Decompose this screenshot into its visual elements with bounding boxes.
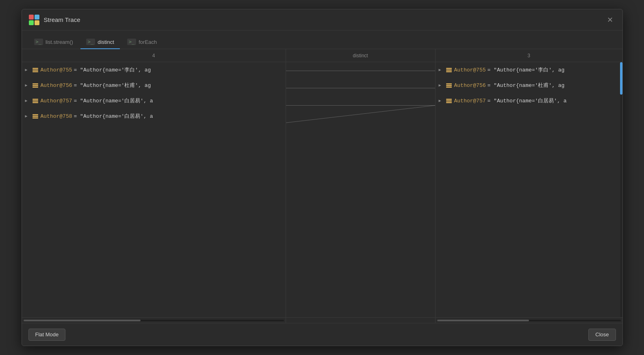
right-col-count: 3 [527, 53, 530, 58]
row-value-0: = "Author{name='李白', ag [74, 66, 151, 74]
row-key-1: Author@756 [41, 82, 72, 89]
table-row[interactable]: ▶ Author@758 = "Author{name='白居易', a [22, 108, 286, 124]
left-scrollbar-thumb[interactable] [24, 320, 141, 321]
app-icon [28, 14, 40, 26]
expand-icon-r1[interactable]: ▶ [439, 83, 444, 88]
tab-list-stream-icon: >_ [34, 39, 43, 45]
row-icon-0 [33, 68, 38, 72]
expand-icon-1[interactable]: ▶ [25, 83, 30, 88]
row-icon-1 [33, 83, 38, 88]
row-key-3: Author@758 [41, 113, 72, 119]
left-scrollbar-container [22, 318, 286, 323]
right-scrollbar-container [436, 318, 622, 323]
svg-rect-1 [35, 15, 39, 19]
row-key-r0: Author@755 [454, 67, 486, 73]
close-button[interactable]: Close [588, 329, 616, 341]
mid-connector-area [286, 62, 436, 317]
row-icon-r2 [446, 99, 452, 103]
row-icon-2 [33, 99, 38, 103]
row-value-2: = "Author{name='白居易', a [74, 97, 153, 104]
right-panel: ▶ Author@755 = "Author{name='李白', ag ▶ [436, 62, 622, 317]
row-key-0: Author@755 [41, 67, 72, 73]
left-col-count: 4 [152, 53, 155, 58]
right-scrollbar-thumb-bottom[interactable] [437, 320, 529, 321]
flat-mode-button[interactable]: Flat Mode [28, 329, 66, 341]
expand-icon-r2[interactable]: ▶ [439, 98, 444, 103]
mid-col-label: distinct [353, 53, 368, 58]
row-key-r1: Author@756 [454, 82, 486, 89]
tab-forEach-icon: >_ [127, 39, 136, 45]
row-value-r0: = "Author{name='李白', ag [488, 66, 565, 74]
expand-icon-r0[interactable]: ▶ [439, 67, 444, 72]
left-panel: ▶ Author@755 = "Author{name='李白', ag ▶ [22, 62, 286, 317]
right-scrollbar-thumb [620, 62, 622, 95]
columns-header: 4 distinct 3 [22, 49, 622, 62]
tabs-bar: >_ list.stream() >_ distinct >_ forEach [22, 30, 622, 49]
tab-distinct[interactable]: >_ distinct [80, 35, 120, 49]
mid-scrollbar-empty [286, 318, 436, 323]
tab-list-stream-label: list.stream() [46, 39, 73, 45]
table-row[interactable]: ▶ Author@755 = "Author{name='李白', ag [436, 62, 622, 78]
svg-rect-0 [29, 15, 34, 19]
row-value-3: = "Author{name='白居易', a [74, 113, 153, 120]
tab-forEach[interactable]: >_ forEach [121, 35, 163, 49]
dialog-title: Stream Trace [44, 16, 80, 23]
table-row[interactable]: ▶ Author@755 = "Author{name='李白', ag [22, 62, 286, 78]
left-col-header: 4 [22, 49, 286, 62]
content-area: 4 distinct 3 ▶ Author@755 [22, 49, 622, 323]
tab-distinct-icon: >_ [86, 39, 95, 45]
tab-distinct-label: distinct [98, 39, 114, 45]
connector-lines-svg [286, 62, 435, 317]
expand-icon-3[interactable]: ▶ [25, 114, 30, 119]
row-icon-r0 [446, 68, 452, 72]
table-row[interactable]: ▶ Author@757 = "Author{name='白居易', a [436, 93, 622, 108]
row-value-1: = "Author{name='杜甫', ag [74, 82, 151, 89]
row-value-r1: = "Author{name='杜甫', ag [488, 82, 565, 89]
mid-col-header: distinct [286, 49, 436, 62]
title-bar: Stream Trace ✕ [22, 9, 622, 30]
right-scrollbar-track [437, 320, 621, 321]
right-col-header: 3 [436, 49, 622, 62]
table-row[interactable]: ▶ Author@756 = "Author{name='杜甫', ag [22, 78, 286, 93]
title-close-button[interactable]: ✕ [605, 14, 616, 26]
left-scrollbar-track [24, 320, 284, 321]
expand-icon-0[interactable]: ▶ [25, 67, 30, 72]
bottom-bar: Flat Mode Close [22, 323, 622, 346]
table-row[interactable]: ▶ Author@757 = "Author{name='白居易', a [22, 93, 286, 108]
tab-list-stream[interactable]: >_ list.stream() [28, 35, 79, 49]
right-scrollbar [620, 62, 622, 317]
stream-trace-dialog: Stream Trace ✕ >_ list.stream() >_ disti… [22, 9, 623, 346]
row-key-r2: Author@757 [454, 98, 486, 104]
svg-line-7 [286, 106, 435, 123]
row-value-r2: = "Author{name='白居易', a [488, 97, 567, 104]
scrollbar-row [22, 317, 622, 323]
tab-forEach-label: forEach [139, 39, 157, 45]
row-icon-r1 [446, 83, 452, 88]
title-bar-left: Stream Trace [28, 14, 80, 26]
svg-rect-2 [29, 20, 34, 25]
svg-rect-3 [35, 20, 39, 25]
row-key-2: Author@757 [41, 98, 72, 104]
panels-row: ▶ Author@755 = "Author{name='李白', ag ▶ [22, 62, 622, 317]
expand-icon-2[interactable]: ▶ [25, 98, 30, 103]
row-icon-3 [33, 114, 38, 119]
table-row[interactable]: ▶ Author@756 = "Author{name='杜甫', ag [436, 78, 622, 93]
